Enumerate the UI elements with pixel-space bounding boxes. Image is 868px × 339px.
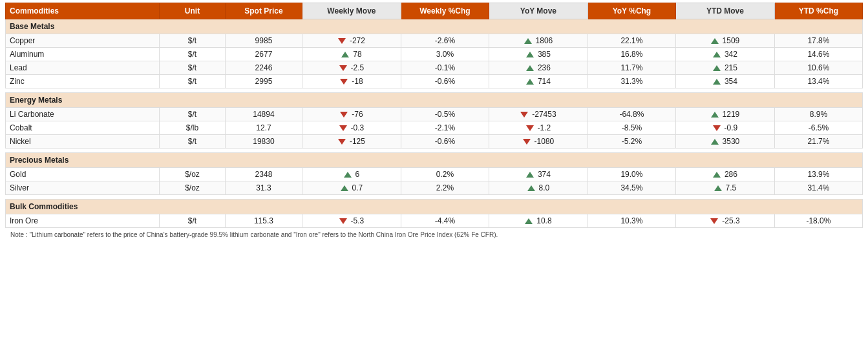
cell-ytd-move: 342: [675, 48, 774, 61]
cell-yoy-pct: 11.7%: [587, 61, 675, 75]
table-row: Copper$/t9985-272-2.6%180622.1%150917.8%: [6, 34, 863, 48]
yoy-move-value: 385: [538, 50, 551, 59]
footnote: Note : "Lithium carbonate" refers to the…: [5, 229, 863, 240]
cell-weekly-pct: 0.2%: [401, 168, 489, 181]
down-arrow-icon: [713, 125, 721, 131]
cell-commodity: Gold: [6, 168, 160, 181]
cell-ytd-move: 1219: [675, 108, 774, 121]
cell-yoy-pct: 34.5%: [587, 181, 675, 195]
cell-commodity: Copper: [6, 34, 160, 48]
cell-ytd-pct: 10.6%: [774, 61, 862, 75]
cell-yoy-pct: -5.2%: [587, 135, 675, 149]
cell-yoy-pct: -64.8%: [587, 108, 675, 121]
col-header-spot: Spot Price: [225, 3, 302, 19]
cell-yoy-pct: 19.0%: [587, 168, 675, 181]
cell-unit: $/lb: [159, 121, 225, 135]
cell-yoy-move: -1080: [489, 135, 587, 149]
down-arrow-icon: [520, 112, 528, 118]
down-arrow-icon: [339, 218, 347, 224]
yoy-move-value: -27453: [532, 110, 556, 119]
cell-weekly-move: 78: [302, 48, 401, 61]
cell-yoy-pct: 31.3%: [587, 75, 675, 88]
cell-commodity: Silver: [6, 181, 160, 195]
table-row: Nickel$/t19830-125-0.6%-1080-5.2%353021.…: [6, 135, 863, 149]
cell-unit: $/t: [159, 108, 225, 121]
down-arrow-icon: [338, 139, 346, 145]
cell-weekly-pct: 3.0%: [401, 48, 489, 61]
table-row: Iron Ore$/t115.3-5.3-4.4%10.810.3%-25.3-…: [6, 214, 863, 228]
yoy-move-value: 714: [538, 77, 551, 86]
cell-weekly-move: -5.3: [302, 214, 401, 228]
cell-unit: $/oz: [159, 181, 225, 195]
up-arrow-icon: [714, 185, 722, 191]
ytd-move-value: 286: [725, 170, 737, 179]
cell-spot: 2246: [225, 61, 302, 75]
ytd-move-value: 342: [725, 50, 737, 59]
cell-commodity: Iron Ore: [6, 214, 160, 228]
cell-yoy-pct: 22.1%: [587, 34, 675, 48]
cell-spot: 2677: [225, 48, 302, 61]
cell-weekly-move: -272: [302, 34, 401, 48]
cell-weekly-pct: -0.1%: [401, 61, 489, 75]
yoy-move-value: -1080: [535, 137, 555, 146]
cell-spot: 12.7: [225, 121, 302, 135]
down-arrow-icon: [339, 65, 347, 71]
cell-yoy-move: 714: [489, 75, 587, 88]
down-arrow-icon: [710, 218, 718, 224]
cell-unit: $/oz: [159, 168, 225, 181]
cell-ytd-move: 1509: [675, 34, 774, 48]
up-arrow-icon: [341, 185, 348, 191]
cell-yoy-move: -27453: [489, 108, 587, 121]
cell-spot: 2995: [225, 75, 302, 88]
weekly-move-value: 78: [353, 50, 361, 59]
table-row: Zinc$/t2995-18-0.6%71431.3%35413.4%: [6, 75, 863, 88]
cell-ytd-pct: 17.8%: [774, 34, 862, 48]
ytd-move-value: 354: [725, 77, 737, 86]
cell-ytd-pct: -6.5%: [774, 121, 862, 135]
cell-ytd-move: -0.9: [675, 121, 774, 135]
section-header-base-metals: Base Metals: [6, 19, 863, 34]
yoy-move-value: 10.8: [536, 216, 551, 225]
yoy-move-value: -1.2: [538, 123, 551, 132]
col-header-ytdpc: YTD %Chg: [774, 3, 862, 19]
col-header-unit: Unit: [159, 3, 225, 19]
up-arrow-icon: [526, 172, 534, 178]
cell-commodity: Zinc: [6, 75, 160, 88]
section-header-bulk-commodities: Bulk Commodities: [6, 200, 863, 214]
up-arrow-icon: [344, 172, 352, 178]
cell-spot: 2348: [225, 168, 302, 181]
weekly-move-value: -18: [352, 77, 363, 86]
down-arrow-icon: [338, 38, 346, 44]
cell-yoy-pct: -8.5%: [587, 121, 675, 135]
up-arrow-icon: [526, 65, 534, 71]
cell-weekly-pct: -2.1%: [401, 121, 489, 135]
spacer-row: [6, 195, 863, 200]
spacer-row: [6, 149, 863, 153]
cell-ytd-pct: -18.0%: [774, 214, 862, 228]
up-arrow-icon: [711, 38, 719, 44]
cell-ytd-move: 7.5: [675, 181, 774, 195]
weekly-move-value: -125: [350, 137, 365, 146]
cell-unit: $/t: [159, 135, 225, 149]
cell-unit: $/t: [159, 61, 225, 75]
cell-commodity: Cobalt: [6, 121, 160, 135]
ytd-move-value: 1509: [723, 36, 740, 45]
ytd-move-value: 3530: [723, 137, 740, 146]
cell-weekly-move: -125: [302, 135, 401, 149]
cell-ytd-pct: 14.6%: [774, 48, 862, 61]
cell-commodity: Lead: [6, 61, 160, 75]
cell-weekly-pct: -0.6%: [401, 75, 489, 88]
ytd-move-value: 7.5: [726, 183, 737, 192]
cell-ytd-pct: 21.7%: [774, 135, 862, 149]
cell-yoy-move: -1.2: [489, 121, 587, 135]
cell-weekly-move: -76: [302, 108, 401, 121]
weekly-move-value: -0.3: [351, 123, 365, 132]
yoy-move-value: 236: [538, 63, 551, 72]
up-arrow-icon: [341, 52, 349, 57]
cell-ytd-move: 354: [675, 75, 774, 88]
table-row: Li Carbonate$/t14894-76-0.5%-27453-64.8%…: [6, 108, 863, 121]
weekly-move-value: -272: [350, 36, 365, 45]
col-header-ytdm: YTD Move: [675, 3, 774, 19]
table-row: Gold$/oz234860.2%37419.0%28613.9%: [6, 168, 863, 181]
cell-ytd-move: 286: [675, 168, 774, 181]
